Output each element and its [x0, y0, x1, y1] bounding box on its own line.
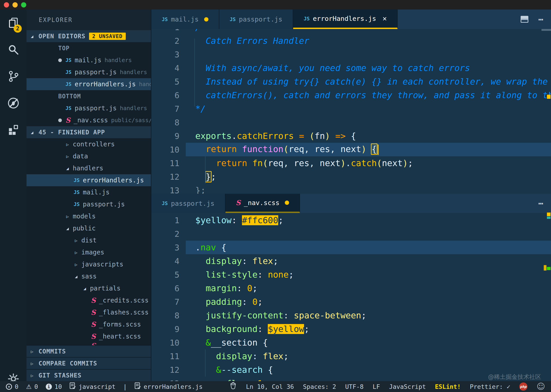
- file-name: passport.js: [75, 68, 117, 76]
- code-line-9[interactable]: 9exports.catchErrors = (fn) => {: [151, 129, 551, 143]
- code-line-3[interactable]: 3: [151, 48, 551, 61]
- tab-mail.js[interactable]: JSmail.js: [151, 9, 219, 29]
- line-number: 9: [151, 324, 195, 334]
- editor-errorhandlers[interactable]: 1/*2 Catch Errors Handler34 With async/a…: [151, 29, 551, 194]
- code-line-5[interactable]: 5 Instead of using try{} catch(e) {} in …: [151, 75, 551, 88]
- code-line-7[interactable]: 7 padding: 0;: [151, 295, 551, 309]
- editor-nav-scss[interactable]: 1$yellow: #ffc600;23.nav {4 display: fle…: [151, 213, 551, 381]
- code-line-12[interactable]: 12 };: [151, 170, 551, 183]
- status-item-Prettier[interactable]: Prettier: ✓: [470, 383, 510, 390]
- status-item-10[interactable]: i10: [46, 383, 62, 390]
- status-item-0[interactable]: ⚠0: [26, 383, 38, 390]
- code-line-2[interactable]: 2: [151, 227, 551, 241]
- code-line-3[interactable]: 3.nav {: [151, 241, 551, 254]
- code-line-11[interactable]: 11 return fn(req, res, next).catch(next)…: [151, 156, 551, 170]
- status-item-Ln10Col36[interactable]: Ln 10, Col 36: [246, 383, 294, 390]
- status-item[interactable]: php: [519, 383, 527, 391]
- tree-file-passport.js[interactable]: JSpassport.js: [27, 198, 151, 210]
- title-bar[interactable]: [0, 0, 551, 9]
- dirty-dot-icon[interactable]: [204, 17, 209, 21]
- status-item[interactable]: ☺: [537, 383, 545, 391]
- code-line-10[interactable]: 10 return function(req, res, next) {: [151, 143, 551, 156]
- code-line-6[interactable]: 6 catchErrors(), catch and errors they t…: [151, 88, 551, 102]
- dirty-dot-icon[interactable]: [285, 201, 289, 205]
- tree-folder-partials[interactable]: ◢partials: [27, 282, 151, 294]
- open-editors-header[interactable]: ◢ OPEN EDITORS 2 UNSAVED: [27, 30, 151, 42]
- source-control-icon[interactable]: [0, 63, 27, 90]
- tab-passport.js[interactable]: JSpassport.js: [151, 194, 225, 213]
- tab-_nav.scss[interactable]: S_nav.scss: [225, 194, 300, 213]
- minimize-button[interactable]: [13, 2, 18, 7]
- status-item[interactable]: [229, 382, 237, 391]
- section-header-git-stashes[interactable]: ▷GIT STASHES: [27, 369, 151, 381]
- tab-passport.js[interactable]: JSpassport.js: [219, 9, 293, 29]
- scrollbar-sliver[interactable]: [542, 29, 551, 31]
- status-item-ESLint[interactable]: ESLint!: [435, 383, 461, 390]
- open-editor-item-errorHandlers.js[interactable]: JSerrorHandlers.jshandler..: [27, 78, 151, 90]
- code-line-11[interactable]: 11 display: flex;: [151, 350, 551, 363]
- open-editor-item-mail.js[interactable]: JSmail.jshandlers: [27, 54, 151, 66]
- status-item-0[interactable]: ×0: [6, 383, 18, 390]
- open-editor-item-_nav.scss[interactable]: S_nav.scsspublic/sass/pa…: [27, 114, 151, 126]
- code-line-1[interactable]: 1/*: [151, 29, 551, 34]
- zoom-button[interactable]: [21, 2, 26, 7]
- twistie-collapsed-icon: ▷: [65, 154, 70, 159]
- code-line-1[interactable]: 1$yellow: #ffc600;: [151, 213, 551, 227]
- tree-folder-data[interactable]: ▷data: [27, 150, 151, 162]
- twistie-expanded-icon: ◢: [82, 286, 87, 291]
- tree-folder-public[interactable]: ◢public: [27, 222, 151, 234]
- twistie-collapsed-icon: ▷: [29, 349, 35, 354]
- section-header-commits[interactable]: ▷COMMITS: [27, 345, 151, 357]
- warning-count-icon: ⚠: [26, 383, 31, 390]
- tree-file-mail.js[interactable]: JSmail.js: [27, 186, 151, 198]
- status-item-javascript[interactable]: javascript: [70, 382, 116, 391]
- tree-folder-dist[interactable]: ▷dist: [27, 234, 151, 246]
- extensions-icon[interactable]: [0, 117, 27, 143]
- status-item-JavaScript[interactable]: JavaScript: [389, 383, 426, 390]
- code-line-10[interactable]: 10 &__section {: [151, 336, 551, 350]
- tree-folder-javascripts[interactable]: ▷javascripts: [27, 258, 151, 270]
- section-header-compare-commits[interactable]: ▷COMPARE COMMITS: [27, 357, 151, 369]
- close-icon[interactable]: ×: [383, 14, 387, 23]
- code-line-8[interactable]: 8 justify-content: space-between;: [151, 309, 551, 322]
- more-actions-icon[interactable]: ⋯: [538, 15, 543, 24]
- split-editor-icon[interactable]: [521, 16, 528, 23]
- status-item-Spaces2[interactable]: Spaces: 2: [303, 383, 336, 390]
- tree-file-errorHandlers.js[interactable]: JSerrorHandlers.js: [27, 174, 151, 186]
- tree-folder-sass[interactable]: ◢sass: [27, 270, 151, 282]
- debug-disabled-icon[interactable]: [0, 90, 27, 117]
- code-line-8[interactable]: 8: [151, 116, 551, 129]
- tree-folder-controllers[interactable]: ▷controllers: [27, 138, 151, 150]
- tab-errorHandlers.js[interactable]: JSerrorHandlers.js×: [293, 9, 398, 29]
- tree-folder-images[interactable]: ▷images: [27, 246, 151, 258]
- project-section-header[interactable]: ◢ 45 - FINISHED APP: [27, 126, 151, 138]
- tree-file-_credits.scss[interactable]: S_credits.scss: [27, 294, 151, 306]
- tree-file-_heart.scss[interactable]: S_heart.scss: [27, 330, 151, 342]
- code-line-4[interactable]: 4 display: flex;: [151, 254, 551, 268]
- tree-file-_forms.scss[interactable]: S_forms.scss: [27, 318, 151, 330]
- status-item-errorHandlersjs[interactable]: errorHandlers.js: [135, 382, 202, 391]
- close-button[interactable]: [4, 2, 9, 7]
- code-line-2[interactable]: 2 Catch Errors Handler: [151, 34, 551, 48]
- search-icon[interactable]: [0, 36, 27, 63]
- code-line-5[interactable]: 5 list-style: none;: [151, 268, 551, 281]
- code-line-6[interactable]: 6 margin: 0;: [151, 281, 551, 295]
- code-line-9[interactable]: 9 background: $yellow;: [151, 322, 551, 336]
- more-actions-icon[interactable]: ⋯: [538, 199, 543, 208]
- tree-file-clipped[interactable]: S: [27, 342, 151, 345]
- status-item-LF[interactable]: LF: [373, 383, 380, 390]
- open-editor-item-passport.js[interactable]: JSpassport.jshandlers: [27, 66, 151, 78]
- item-label: data: [73, 153, 88, 160]
- status-item-UTF8[interactable]: UTF-8: [345, 383, 364, 390]
- code-line-4[interactable]: 4 With async/await, you need some way to…: [151, 61, 551, 75]
- code-line-13[interactable]: 13};: [151, 183, 551, 194]
- line-number: 11: [151, 159, 195, 168]
- open-editor-item-passport.js[interactable]: JSpassport.jshandlers: [27, 102, 151, 114]
- code-line-7[interactable]: 7*/: [151, 102, 551, 116]
- explorer-icon[interactable]: 2: [0, 9, 27, 36]
- tree-folder-models[interactable]: ▷models: [27, 210, 151, 222]
- tree-folder-handlers[interactable]: ◢handlers: [27, 162, 151, 174]
- text-cursor: [378, 145, 379, 155]
- status-item-[interactable]: |: [123, 383, 127, 390]
- tree-file-_flashes.scss[interactable]: S_flashes.scss: [27, 306, 151, 318]
